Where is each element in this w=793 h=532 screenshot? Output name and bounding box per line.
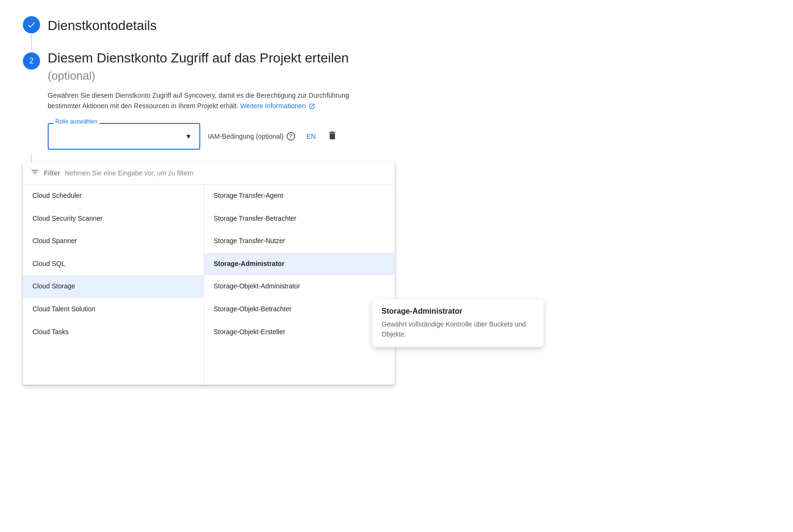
role-selector-row: Rolle auswählen ▼ IAM-Bedingung (optiona…: [48, 123, 770, 150]
step2-title: Diesem Dienstkonto Zugriff auf das Proje…: [48, 50, 770, 67]
external-link-icon: [309, 103, 315, 110]
right-item-storage-transfer-betrachter[interactable]: Storage Transfer-Betrachter: [204, 207, 395, 230]
role-select-container: Rolle auswählen ▼: [48, 123, 200, 150]
left-item-cloud-security-scanner[interactable]: Cloud Security Scanner: [23, 207, 204, 230]
step1-title: Dienstkontodetails: [48, 17, 157, 34]
trash-icon: [327, 130, 338, 141]
left-item-cloud-scheduler[interactable]: Cloud Scheduler: [23, 184, 204, 207]
filter-label: Filter: [44, 169, 60, 177]
filter-placeholder: Nehmen Sie eine Eingabe vor, um zu filte…: [65, 169, 193, 177]
filter-row: Filter Nehmen Sie eine Eingabe vor, um z…: [23, 162, 395, 184]
dropdown-content: Cloud Scheduler Cloud Security Scanner C…: [23, 184, 395, 385]
tooltip-title: Storage-Administrator: [381, 307, 534, 316]
iam-condition-label: IAM-Bedingung (optional) ?: [208, 132, 295, 141]
right-item-storage-objekt-ersteller[interactable]: Storage-Objekt-Ersteller: [204, 321, 395, 344]
left-panel: Cloud Scheduler Cloud Security Scanner C…: [23, 184, 204, 385]
step2-optional: (optional): [48, 69, 770, 82]
right-item-storage-objekt-betrachter[interactable]: Storage-Objekt-Betrachter: [204, 298, 395, 321]
step1-row: Dienstkontodetails: [23, 15, 770, 34]
add-condition-btn[interactable]: EN: [307, 133, 316, 140]
step1-check-icon: [23, 16, 40, 33]
dropdown-arrow: ▼: [185, 133, 192, 140]
left-item-cloud-storage[interactable]: Cloud Storage: [23, 275, 204, 298]
role-select-box[interactable]: ▼: [48, 123, 200, 150]
right-panel: Storage Transfer-Agent Storage Transfer-…: [204, 184, 395, 385]
checkmark-icon: [27, 20, 36, 30]
step2-content: Diesem Dienstkonto Zugriff auf das Proje…: [48, 50, 770, 149]
delete-icon-btn[interactable]: [327, 130, 338, 142]
page-container: Dienstkontodetails 2 Diesem Dienstkonto …: [0, 0, 793, 202]
left-item-cloud-sql[interactable]: Cloud SQL: [23, 253, 204, 276]
right-item-storage-transfer-nutzer[interactable]: Storage Transfer-Nutzer: [204, 230, 395, 253]
right-item-storage-administrator[interactable]: Storage-Administrator: [204, 253, 395, 276]
step2-container: 2 Diesem Dienstkonto Zugriff auf das Pro…: [23, 50, 770, 149]
left-item-cloud-tasks[interactable]: Cloud Tasks: [23, 321, 204, 344]
role-select-label: Rolle auswählen: [53, 118, 99, 125]
right-item-storage-objekt-administrator[interactable]: Storage-Objekt-Administrator: [204, 275, 395, 298]
filter-icon: [31, 168, 39, 178]
help-icon[interactable]: ?: [287, 132, 295, 141]
tooltip-box: Storage-Administrator Gewährt vollständi…: [372, 299, 544, 347]
left-item-cloud-talent-solution[interactable]: Cloud Talent Solution: [23, 298, 204, 321]
right-item-storage-transfer-agent[interactable]: Storage Transfer-Agent: [204, 184, 395, 207]
dropdown-overlay: Filter Nehmen Sie eine Eingabe vor, um z…: [23, 162, 395, 385]
left-item-cloud-spanner[interactable]: Cloud Spanner: [23, 230, 204, 253]
tooltip-description: Gewährt vollständige Kontrolle über Buck…: [381, 319, 534, 339]
more-info-link[interactable]: Weitere Informationen: [240, 102, 315, 110]
step2-description: Gewähren Sie diesem Dienstkonto Zugriff …: [48, 90, 381, 112]
step2-number: 2: [23, 52, 40, 70]
connector-line-1: [31, 34, 32, 50]
